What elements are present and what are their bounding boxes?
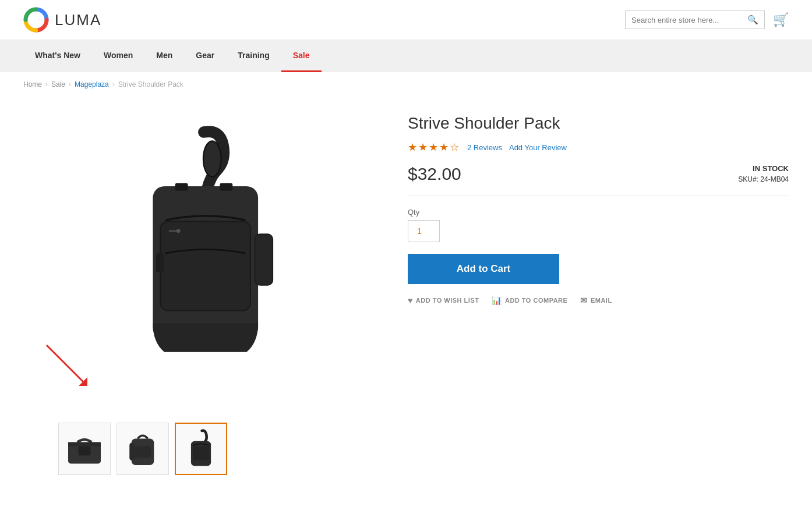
product-info: Strive Shoulder Pack ★★★★☆ 2 Reviews Add… (408, 108, 789, 475)
svg-point-1 (203, 141, 221, 176)
product-title: Strive Shoulder Pack (408, 114, 789, 133)
thumbnail-1[interactable] (58, 423, 111, 475)
product-page: Strive Shoulder Pack ★★★★☆ 2 Reviews Add… (0, 97, 812, 498)
breadcrumb-sale[interactable]: Sale (51, 80, 65, 88)
logo-icon (23, 7, 49, 33)
add-to-cart-button[interactable]: Add to Cart (408, 254, 559, 284)
svg-line-9 (47, 345, 84, 383)
main-image-area (23, 108, 384, 411)
email-link[interactable]: ✉ EMAIL (580, 296, 612, 305)
svg-rect-12 (79, 446, 91, 456)
email-icon: ✉ (580, 296, 588, 305)
breadcrumb-current: Strive Shoulder Pack (118, 80, 183, 88)
price-row: $32.00 IN STOCK SKU#: 24-MB04 (408, 164, 789, 196)
svg-rect-3 (161, 221, 250, 310)
add-to-wishlist-link[interactable]: ♥ ADD TO WISH LIST (408, 296, 479, 305)
breadcrumb-sep-1: › (45, 80, 48, 88)
header-right: 🔍 🛒 (625, 10, 789, 29)
wish-list-label: ADD TO WISH LIST (416, 297, 479, 304)
sku-label: SKU#: (738, 175, 758, 183)
qty-label: Qty (408, 208, 789, 217)
nav-training[interactable]: Training (226, 40, 281, 72)
search-button[interactable]: 🔍 (747, 15, 758, 25)
thumbnail-2[interactable] (116, 423, 169, 475)
arrow-indicator (41, 339, 93, 394)
logo-area: LUMA (23, 7, 101, 33)
search-box[interactable]: 🔍 (625, 10, 765, 29)
svg-rect-15 (135, 446, 151, 458)
nav-women[interactable]: Women (92, 40, 144, 72)
add-review-link[interactable]: Add Your Review (509, 143, 567, 152)
nav-men[interactable]: Men (144, 40, 184, 72)
qty-input[interactable] (408, 220, 440, 242)
nav-gear[interactable]: Gear (184, 40, 226, 72)
sku: SKU#: 24-MB04 (738, 175, 789, 183)
svg-rect-13 (68, 442, 101, 446)
svg-rect-6 (220, 183, 232, 191)
svg-rect-5 (175, 183, 188, 191)
svg-rect-4 (255, 234, 273, 285)
breadcrumb-sep-2: › (69, 80, 71, 88)
svg-point-8 (176, 229, 181, 233)
breadcrumb: Home › Sale › Mageplaza › Strive Shoulde… (0, 72, 812, 97)
add-to-compare-link[interactable]: 📊 ADD TO COMPARE (492, 296, 567, 305)
heart-icon: ♥ (408, 296, 413, 305)
review-count[interactable]: 2 Reviews (467, 143, 502, 152)
nav-sale[interactable]: Sale (281, 40, 322, 72)
breadcrumb-home[interactable]: Home (23, 80, 42, 88)
thumbnail-3[interactable] (175, 423, 227, 475)
breadcrumb-sep-3: › (112, 80, 115, 88)
sku-value: 24-MB04 (760, 175, 789, 183)
product-price: $32.00 (408, 164, 461, 184)
nav-whats-new[interactable]: What's New (23, 40, 92, 72)
compare-label: ADD TO COMPARE (505, 297, 567, 304)
header: LUMA 🔍 🛒 (0, 0, 812, 40)
svg-rect-7 (156, 253, 164, 272)
product-stars: ★★★★☆ (408, 141, 460, 154)
cart-icon[interactable]: 🛒 (773, 12, 789, 27)
search-input[interactable] (631, 16, 747, 24)
product-images (23, 108, 384, 475)
action-links: ♥ ADD TO WISH LIST 📊 ADD TO COMPARE ✉ EM… (408, 296, 789, 305)
logo-text: LUMA (55, 11, 101, 29)
rating-row: ★★★★☆ 2 Reviews Add Your Review (408, 141, 789, 154)
svg-rect-18 (193, 446, 209, 460)
compare-icon: 📊 (492, 296, 502, 305)
stock-info: IN STOCK SKU#: 24-MB04 (738, 164, 789, 183)
svg-rect-16 (129, 443, 135, 461)
qty-section: Qty (408, 208, 789, 242)
breadcrumb-mageplaza[interactable]: Mageplaza (75, 80, 109, 88)
main-nav: What's New Women Men Gear Training Sale (0, 40, 812, 72)
email-label: EMAIL (591, 297, 612, 304)
thumbnails (23, 423, 384, 475)
in-stock-label: IN STOCK (738, 164, 789, 173)
product-main-image (116, 126, 291, 394)
